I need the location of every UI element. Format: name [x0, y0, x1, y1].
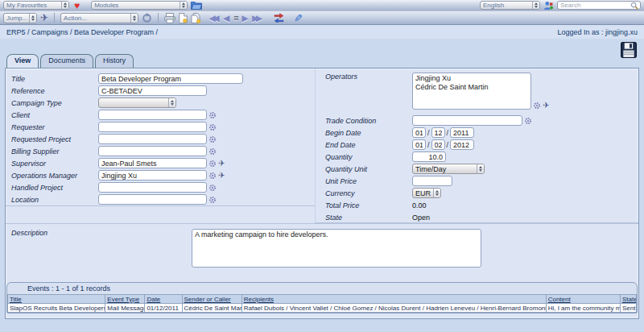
supervisor-input[interactable] — [98, 158, 207, 168]
edit-pencil-icon[interactable]: ✎ — [294, 13, 303, 23]
relation-lookup-icon[interactable] — [208, 160, 217, 168]
sort-icon[interactable] — [274, 13, 284, 23]
events-column-event-type[interactable]: Event Type — [105, 295, 145, 304]
date-separator: / — [427, 129, 430, 137]
client-input[interactable] — [98, 110, 207, 120]
location-input[interactable] — [98, 194, 207, 205]
tab-documents[interactable]: Documents — [40, 54, 93, 68]
end-date-day-input[interactable] — [412, 139, 426, 150]
jump-relation-icon[interactable]: ✈ — [218, 172, 225, 180]
select-stepper-icon — [168, 98, 175, 107]
relation-lookup-icon[interactable] — [208, 184, 217, 192]
last-page-icon[interactable]: ▶▶ — [252, 14, 259, 23]
description-section: Description A marketing campaign to hire… — [6, 223, 638, 275]
next-page-icon[interactable]: ▶ — [242, 14, 249, 23]
relation-lookup-icon[interactable] — [208, 111, 217, 119]
open-folder-icon[interactable] — [191, 1, 202, 10]
jump-plane-icon[interactable]: ✈ — [40, 13, 48, 23]
events-column-recipients[interactable]: Recipients — [242, 295, 546, 304]
events-column-state[interactable]: State — [620, 295, 636, 304]
jump-relation-icon[interactable]: ✈ — [543, 102, 549, 110]
begin-date-month-input[interactable] — [431, 127, 445, 138]
field-requested-project: Requested Project — [6, 133, 315, 145]
field-operations-manager: Operations Manager✈ — [6, 169, 315, 181]
search-icon[interactable] — [630, 2, 640, 10]
table-cell: Cédric De Saint Martin — [182, 304, 242, 313]
relation-lookup-icon[interactable] — [208, 123, 217, 131]
campaign-type-select[interactable] — [98, 98, 176, 108]
field-label: Begin Date — [320, 129, 412, 137]
end-date-month-input[interactable] — [431, 139, 445, 150]
form-right-column: OperatorsJingjing Xu Cédric De Saint Mar… — [315, 68, 638, 223]
handled-project-input[interactable] — [98, 182, 207, 193]
relation-lookup-icon[interactable] — [533, 102, 541, 110]
events-column-date[interactable]: Date — [145, 295, 182, 304]
end-date-year-input[interactable] — [450, 139, 474, 150]
form-left-column: TitleReferenceCampaign TypeClientRequest… — [6, 68, 315, 206]
relation-lookup-icon[interactable] — [208, 147, 217, 156]
relation-lookup-icon[interactable] — [208, 135, 217, 143]
favourites-select[interactable]: My Favourites — [3, 1, 69, 10]
table-cell: Mail Message — [105, 304, 145, 313]
relation-lookup-icon[interactable] — [208, 172, 217, 180]
events-column-sender-or-caller[interactable]: Sender or Caller — [182, 295, 242, 304]
do-action-icon[interactable] — [142, 13, 152, 23]
toolbar-divider — [158, 13, 159, 23]
events-column-title[interactable]: Title — [8, 295, 105, 304]
quantity-unit-select[interactable]: Time/Day — [412, 164, 485, 174]
clone-document-icon[interactable] — [191, 13, 201, 23]
requested-project-input[interactable] — [98, 134, 207, 144]
favourite-heart-icon[interactable]: ♥ — [74, 1, 80, 10]
field-supervisor: Supervisor✈ — [6, 157, 315, 169]
action-select-value: Action... — [61, 15, 130, 22]
tab-view[interactable]: View — [6, 54, 39, 68]
list-view-icon[interactable]: ≡ — [233, 13, 237, 23]
trade-condition-input[interactable] — [412, 115, 522, 126]
select-stepper-icon — [180, 2, 187, 9]
field-label: Currency — [320, 189, 412, 197]
select-stepper-icon — [130, 14, 138, 23]
field-label: Location — [6, 196, 98, 204]
first-page-icon[interactable]: ◀◀ — [209, 14, 217, 23]
table-cell: Sent — [620, 304, 636, 313]
table-row[interactable]: SlapOS Recruits Beta DevelopersMail Mess… — [8, 304, 637, 313]
date-separator: / — [447, 141, 449, 149]
unit-price-input[interactable] — [412, 176, 452, 186]
operations-manager-input[interactable] — [98, 170, 207, 181]
billing-supplier-input[interactable] — [98, 146, 207, 156]
action-select[interactable]: Action... — [60, 13, 138, 23]
previous-page-icon[interactable]: ◀ — [223, 14, 229, 23]
requester-input[interactable] — [98, 122, 207, 132]
reference-input[interactable] — [98, 85, 207, 96]
language-select[interactable]: English — [480, 1, 540, 10]
jump-relation-icon[interactable]: ✈ — [218, 160, 225, 168]
currency-select[interactable]: EUR — [412, 188, 441, 198]
search-input[interactable] — [558, 2, 630, 9]
top-toolbar: My Favourites ♥ Modules English — [0, 0, 644, 11]
total-price-value: 0.00 — [412, 201, 427, 210]
events-column-content[interactable]: Content — [546, 295, 620, 304]
field-label: Title — [6, 75, 98, 83]
relation-lookup-icon[interactable] — [208, 196, 217, 204]
tab-history[interactable]: History — [95, 54, 134, 68]
select-stepper-icon — [29, 14, 36, 23]
action-toolbar: Jump... ✈ Action... ◀◀ ◀ ≡ ▶ ▶▶ — [0, 11, 644, 25]
description-textarea[interactable]: A marketing campaign to hire developers. — [192, 229, 481, 268]
jump-select[interactable]: Jump... — [3, 13, 37, 23]
user-icon[interactable] — [543, 1, 554, 10]
begin-date-year-input[interactable] — [450, 127, 474, 138]
favourites-select-value: My Favourites — [4, 2, 61, 9]
relation-lookup-icon[interactable] — [524, 117, 532, 125]
field-location: Location — [6, 193, 315, 205]
modules-select[interactable]: Modules — [91, 1, 188, 10]
new-document-icon[interactable] — [179, 13, 188, 23]
field-requester: Requester — [6, 121, 315, 133]
title-input[interactable] — [98, 73, 243, 84]
print-icon[interactable] — [164, 13, 175, 23]
field-label: Client — [6, 111, 98, 119]
begin-date-day-input[interactable] — [412, 127, 426, 138]
operators-textarea[interactable]: Jingjing Xu Cédric De Saint Martin — [412, 73, 531, 110]
save-button[interactable] — [621, 42, 637, 58]
breadcrumb[interactable]: ERP5 / Campaigns / Beta Developer Progra… — [6, 28, 158, 36]
quantity-input[interactable] — [412, 151, 446, 162]
